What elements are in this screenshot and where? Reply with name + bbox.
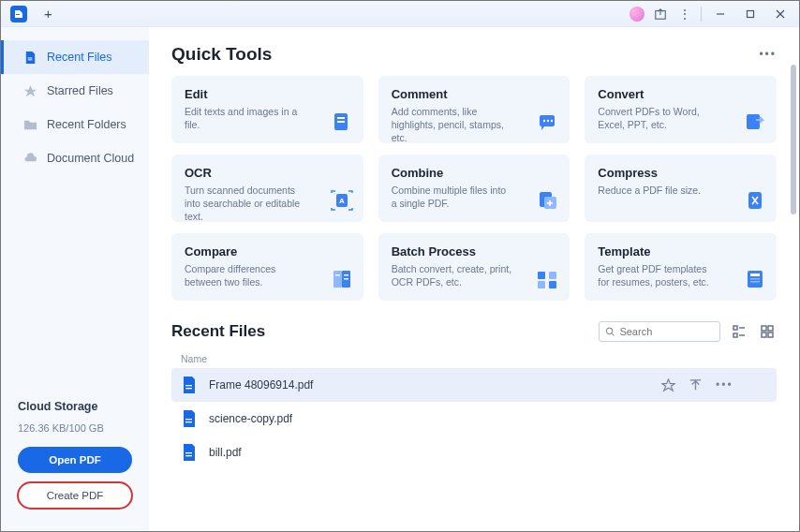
tool-desc: Get great PDF templates for resumes, pos…	[598, 262, 719, 288]
open-pdf-button[interactable]: Open PDF	[18, 447, 132, 473]
list-view-button[interactable]	[730, 322, 748, 341]
pdf-file-icon	[181, 444, 198, 461]
sidebar-item-document-cloud[interactable]: Document Cloud	[1, 141, 149, 175]
svg-point-34	[606, 328, 613, 334]
svg-rect-47	[185, 421, 192, 422]
svg-rect-21	[333, 271, 342, 288]
tool-icon	[536, 188, 560, 213]
tool-card-comment[interactable]: CommentAdd comments, like highlights, pe…	[378, 76, 570, 143]
svg-line-35	[612, 333, 615, 336]
tool-card-convert[interactable]: ConvertConvert PDFs to Word, Excel, PPT,…	[585, 76, 777, 143]
svg-rect-23	[335, 274, 340, 276]
star-icon[interactable]	[661, 378, 675, 392]
svg-point-13	[547, 120, 549, 122]
sidebar-item-label: Starred Files	[47, 84, 113, 97]
file-icon	[22, 50, 37, 65]
tool-title: Convert	[598, 87, 763, 101]
tool-card-ocr[interactable]: OCRTurn scanned documents into searchabl…	[171, 155, 363, 222]
file-row[interactable]: Frame 48096914.pdf•••	[171, 368, 777, 402]
svg-rect-42	[762, 332, 766, 337]
tool-desc: Compare differences between two files.	[185, 262, 306, 288]
tool-card-combine[interactable]: CombineCombine multiple files into a sin…	[378, 155, 570, 222]
tool-card-batch-process[interactable]: Batch ProcessBatch convert, create, prin…	[378, 233, 570, 301]
svg-text:A: A	[339, 197, 345, 205]
pdf-file-icon	[181, 410, 198, 427]
tool-card-compress[interactable]: CompressReduce a PDF file size.	[585, 155, 777, 222]
svg-rect-28	[538, 281, 545, 288]
maximize-button[interactable]	[739, 5, 762, 23]
svg-rect-25	[344, 278, 348, 280]
cloud-icon	[22, 151, 37, 166]
tool-icon	[743, 267, 767, 291]
minimize-button[interactable]	[709, 5, 732, 23]
quick-tools-heading: Quick Tools	[171, 44, 272, 65]
svg-rect-49	[185, 455, 192, 456]
search-box[interactable]	[599, 321, 720, 342]
user-avatar[interactable]	[630, 7, 644, 22]
kebab-menu-icon[interactable]: ⋮	[676, 6, 693, 22]
tool-title: Compress	[598, 166, 763, 180]
svg-rect-37	[733, 333, 737, 337]
tool-title: Template	[598, 244, 763, 259]
svg-rect-43	[768, 332, 773, 337]
pdf-file-icon	[181, 377, 198, 393]
share-icon[interactable]	[652, 6, 669, 22]
tool-icon	[743, 110, 767, 134]
create-pdf-button[interactable]: Create PDF	[18, 482, 132, 509]
more-icon[interactable]: •••	[716, 378, 730, 392]
tool-title: OCR	[185, 166, 350, 180]
sidebar-item-recent-folders[interactable]: Recent Folders	[1, 108, 149, 141]
svg-rect-33	[750, 281, 760, 283]
svg-rect-6	[27, 57, 32, 58]
sidebar-item-starred-files[interactable]: Starred Files	[1, 74, 149, 108]
svg-rect-48	[185, 452, 192, 453]
storage-title: Cloud Storage	[18, 400, 132, 413]
close-button[interactable]	[769, 5, 792, 23]
app-logo-icon	[10, 6, 27, 22]
tool-icon	[330, 267, 354, 291]
tool-card-compare[interactable]: CompareCompare differences between two f…	[171, 233, 363, 301]
recent-files-heading: Recent Files	[171, 322, 265, 341]
titlebar: + ⋮	[1, 1, 799, 27]
sidebar-item-label: Document Cloud	[47, 152, 134, 165]
svg-rect-24	[344, 274, 348, 276]
file-row[interactable]: bill.pdf	[171, 436, 777, 469]
sidebar-item-recent-files[interactable]: Recent Files	[1, 40, 149, 74]
search-icon	[605, 326, 615, 337]
file-name: Frame 48096914.pdf	[209, 378, 650, 392]
new-tab-button[interactable]: +	[44, 6, 52, 22]
scrollbar-thumb[interactable]	[791, 65, 796, 214]
svg-rect-27	[549, 272, 556, 279]
tool-desc: Turn scanned documents into searchable o…	[185, 184, 306, 224]
svg-point-12	[543, 120, 545, 122]
search-input[interactable]	[619, 326, 714, 337]
sidebar-item-label: Recent Files	[47, 51, 111, 64]
svg-point-14	[551, 120, 553, 122]
upload-icon[interactable]	[689, 378, 703, 392]
svg-rect-45	[185, 388, 192, 389]
tool-desc: Convert PDFs to Word, Excel, PPT, etc.	[598, 105, 719, 131]
sidebar: Recent Files Starred Files Recent Folder…	[1, 27, 149, 531]
svg-rect-40	[762, 326, 766, 331]
tool-icon	[330, 110, 354, 134]
svg-rect-41	[768, 326, 773, 331]
tool-desc: Combine multiple files into a single PDF…	[392, 184, 513, 210]
svg-rect-29	[549, 281, 556, 288]
svg-rect-10	[337, 121, 345, 123]
star-icon	[22, 83, 37, 98]
tool-desc: Edit texts and images in a file.	[185, 105, 306, 131]
tool-icon	[536, 110, 560, 134]
quick-tools-more-icon[interactable]: •••	[759, 48, 777, 61]
tool-card-edit[interactable]: EditEdit texts and images in a file.	[171, 76, 363, 143]
tool-title: Compare	[185, 244, 350, 259]
svg-rect-31	[750, 273, 760, 276]
folder-icon	[22, 117, 37, 132]
grid-view-button[interactable]	[758, 322, 777, 341]
file-name: bill.pdf	[209, 446, 767, 459]
svg-rect-15	[747, 114, 760, 129]
tool-card-template[interactable]: TemplateGet great PDF templates for resu…	[585, 233, 777, 301]
tool-desc: Reduce a PDF file size.	[598, 184, 719, 197]
svg-rect-36	[733, 326, 737, 330]
main-content: Quick Tools ••• EditEdit texts and image…	[149, 27, 799, 531]
file-row[interactable]: science-copy.pdf	[171, 402, 777, 436]
